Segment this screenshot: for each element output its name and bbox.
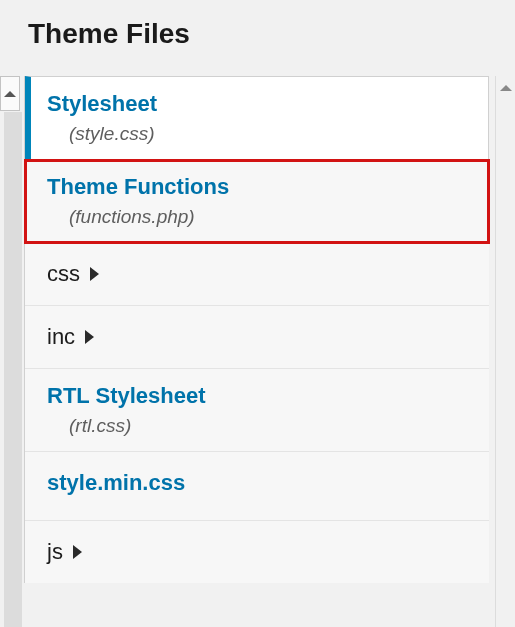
file-title: Stylesheet bbox=[47, 91, 470, 117]
folder-item-css[interactable]: css bbox=[25, 243, 489, 306]
folder-item-inc[interactable]: inc bbox=[25, 306, 489, 369]
scroll-up-button[interactable] bbox=[496, 76, 515, 100]
file-title: style.min.css bbox=[47, 470, 471, 496]
arrow-up-icon bbox=[500, 85, 512, 91]
chevron-right-icon bbox=[90, 267, 99, 281]
file-item-theme-functions[interactable]: Theme Functions (functions.php) bbox=[25, 160, 489, 243]
left-scroll-up-button[interactable] bbox=[0, 76, 20, 111]
right-scrollbar[interactable] bbox=[495, 76, 515, 627]
folder-label: css bbox=[47, 261, 80, 287]
file-subtitle: (style.css) bbox=[47, 123, 470, 145]
chevron-right-icon bbox=[85, 330, 94, 344]
file-subtitle: (functions.php) bbox=[47, 206, 471, 228]
file-list: Stylesheet (style.css) Theme Functions (… bbox=[24, 76, 489, 583]
file-subtitle: (rtl.css) bbox=[47, 415, 471, 437]
arrow-up-icon bbox=[4, 91, 16, 97]
theme-files-heading: Theme Files bbox=[0, 0, 515, 60]
file-item-style-min-css[interactable]: style.min.css bbox=[25, 452, 489, 521]
file-title: RTL Stylesheet bbox=[47, 383, 471, 409]
folder-item-js[interactable]: js bbox=[25, 521, 489, 583]
file-item-stylesheet[interactable]: Stylesheet (style.css) bbox=[25, 76, 489, 160]
folder-label: inc bbox=[47, 324, 75, 350]
chevron-right-icon bbox=[73, 545, 82, 559]
file-title: Theme Functions bbox=[47, 174, 471, 200]
file-item-rtl-stylesheet[interactable]: RTL Stylesheet (rtl.css) bbox=[25, 369, 489, 452]
left-rail bbox=[4, 112, 22, 627]
folder-label: js bbox=[47, 539, 63, 565]
